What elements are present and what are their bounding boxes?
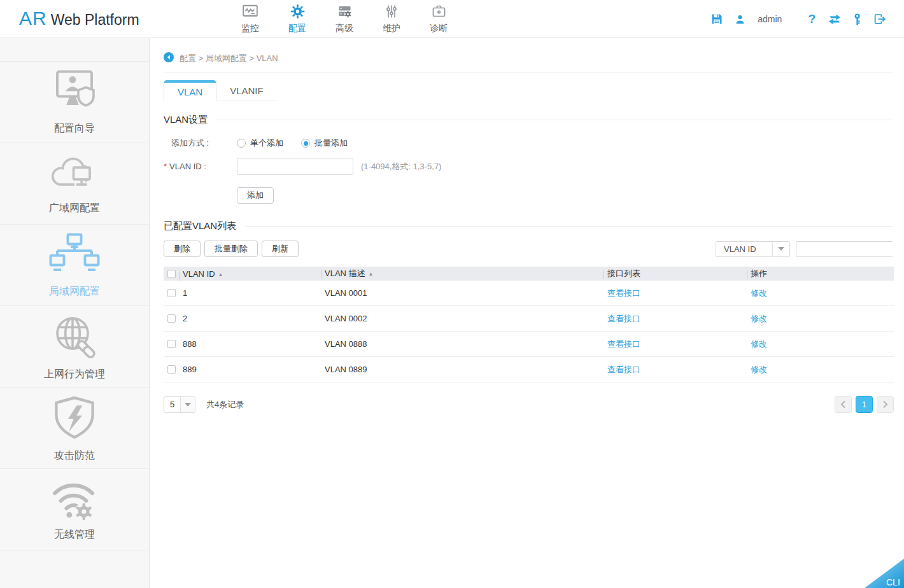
view-interfaces-link[interactable]: 查看接口 bbox=[607, 365, 640, 374]
save-icon[interactable] bbox=[711, 13, 723, 25]
sidebar-item-config-wizard[interactable]: 配置向导 bbox=[0, 62, 149, 143]
vlan-settings-section-head: VLAN设置 bbox=[164, 114, 893, 126]
sidebar-item-web-behavior[interactable]: 上网行为管理 bbox=[0, 306, 149, 388]
view-interfaces-link[interactable]: 查看接口 bbox=[607, 314, 640, 323]
nav-item-advanced[interactable]: 高级 bbox=[321, 0, 368, 38]
view-interfaces-link[interactable]: 查看接口 bbox=[607, 288, 640, 298]
sort-asc-icon[interactable]: ▲ bbox=[218, 272, 223, 277]
prev-page-button[interactable] bbox=[835, 396, 852, 413]
sidebar-item-wireless[interactable]: 无线管理 bbox=[0, 469, 149, 550]
row-cell-operation: 修改 bbox=[747, 313, 894, 325]
cli-ribbon-button[interactable]: CLI bbox=[862, 557, 904, 588]
vlan-id-label-wrap: *VLAN ID : bbox=[164, 162, 237, 171]
cli-label: CLI bbox=[886, 577, 900, 587]
row-cell-vlan-id: 2 bbox=[180, 314, 321, 323]
header-cell-operation: 操作 bbox=[747, 268, 894, 279]
sidebar-item-wan-config[interactable]: 广域网配置 bbox=[0, 143, 149, 225]
nav-label-advanced: 高级 bbox=[335, 23, 353, 34]
radio-circle-single bbox=[237, 139, 246, 148]
vlan-list-toolbar: 删除 批量删除 刷新 VLAN ID bbox=[164, 241, 893, 257]
row-checkbox[interactable] bbox=[167, 289, 176, 297]
search-filter-select[interactable]: VLAN ID bbox=[716, 241, 790, 257]
header-cell-vlan-id[interactable]: VLAN ID▲ bbox=[180, 269, 321, 279]
next-page-button[interactable] bbox=[877, 396, 894, 413]
vlan-id-hint: (1-4094,格式: 1,3-5,7) bbox=[361, 161, 441, 172]
view-interfaces-link[interactable]: 查看接口 bbox=[607, 339, 640, 349]
row-checkbox[interactable] bbox=[167, 314, 176, 323]
row-cell-operation: 修改 bbox=[747, 339, 894, 350]
nav-label-maintenance: 维护 bbox=[383, 23, 400, 34]
vlan-id-input[interactable] bbox=[237, 158, 353, 175]
sidebar: 配置向导 广域网配置 bbox=[0, 38, 150, 588]
modify-link[interactable]: 修改 bbox=[751, 339, 767, 349]
logo-platform-text: Web Platform bbox=[51, 11, 139, 29]
row-checkbox[interactable] bbox=[167, 340, 176, 348]
sidebar-label-wireless: 无线管理 bbox=[54, 528, 95, 542]
page-size-select[interactable]: 5 bbox=[164, 396, 195, 413]
sidebar-label-web-behavior: 上网行为管理 bbox=[44, 368, 105, 381]
key-icon[interactable] bbox=[854, 13, 861, 25]
user-icon[interactable] bbox=[735, 14, 745, 25]
globe-link-icon bbox=[48, 312, 101, 362]
search-input[interactable] bbox=[796, 242, 904, 256]
nav-item-configuration[interactable]: 配置 bbox=[274, 0, 321, 38]
current-page-button[interactable]: 1 bbox=[856, 396, 873, 413]
server-gear-icon bbox=[337, 4, 353, 21]
delete-button[interactable]: 删除 bbox=[164, 241, 201, 257]
radio-single-add[interactable]: 单个添加 bbox=[237, 137, 283, 149]
tab-vlan[interactable]: VLAN bbox=[164, 80, 216, 101]
chevron-down-icon bbox=[180, 397, 195, 412]
section-divider bbox=[245, 226, 893, 227]
header-cell-vlan-desc[interactable]: VLAN 描述▲ bbox=[321, 268, 604, 279]
swap-icon[interactable] bbox=[828, 14, 842, 25]
row-checkbox[interactable] bbox=[167, 365, 176, 374]
row-cell-vlan-desc: VLAN 0889 bbox=[321, 365, 604, 374]
radio-label-batch: 批量添加 bbox=[314, 137, 348, 149]
logout-icon[interactable] bbox=[873, 13, 886, 25]
row-cell-interfaces: 查看接口 bbox=[604, 364, 747, 375]
search-filter-value: VLAN ID bbox=[716, 244, 772, 254]
vlan-id-label: VLAN ID : bbox=[169, 162, 206, 171]
add-button[interactable]: 添加 bbox=[237, 187, 274, 204]
username-text: admin bbox=[758, 14, 782, 24]
vlan-settings-form: 添加方式 : 单个添加 批量添加 *VLAN ID : (1-4094,格式: … bbox=[171, 137, 893, 204]
modify-link[interactable]: 修改 bbox=[751, 288, 767, 298]
tab-bar: VLAN VLANIF bbox=[164, 80, 893, 101]
sidebar-label-lan-config: 局域网配置 bbox=[49, 285, 100, 298]
vlan-settings-title: VLAN设置 bbox=[164, 114, 208, 126]
vlan-table: VLAN ID▲ VLAN 描述▲ 接口列表 操作 1 VLAN 0001 查看… bbox=[164, 267, 894, 382]
row-cell-operation: 修改 bbox=[747, 288, 894, 299]
required-mark: * bbox=[164, 162, 167, 171]
wifi-gear-icon bbox=[48, 477, 101, 522]
row-cell-vlan-id: 889 bbox=[180, 365, 321, 374]
header-actions: admin ? bbox=[711, 0, 886, 38]
sidebar-item-lan-config[interactable]: 局域网配置 bbox=[0, 225, 149, 306]
header-cell-checkbox bbox=[164, 270, 180, 278]
sidebar-spacer bbox=[0, 38, 149, 62]
sidebar-item-attack-defense[interactable]: 攻击防范 bbox=[0, 388, 149, 469]
refresh-button[interactable]: 刷新 bbox=[262, 241, 299, 257]
sliders-icon bbox=[384, 4, 399, 21]
back-icon[interactable] bbox=[164, 52, 174, 64]
app-logo: AR Web Platform bbox=[19, 8, 139, 29]
row-cell-checkbox bbox=[164, 314, 180, 323]
lan-topology-icon bbox=[48, 232, 101, 279]
sort-asc-icon[interactable]: ▲ bbox=[369, 271, 374, 277]
help-icon[interactable]: ? bbox=[808, 12, 816, 26]
nav-item-maintenance[interactable]: 维护 bbox=[368, 0, 415, 38]
total-records-text: 共4条记录 bbox=[206, 399, 244, 410]
cloud-monitor-icon bbox=[48, 152, 101, 196]
nav-item-diagnosis[interactable]: 诊断 bbox=[415, 0, 462, 38]
nav-label-configuration: 配置 bbox=[288, 23, 306, 34]
select-all-checkbox[interactable] bbox=[167, 270, 176, 278]
radio-batch-add[interactable]: 批量添加 bbox=[301, 137, 348, 149]
row-cell-vlan-desc: VLAN 0002 bbox=[321, 314, 604, 323]
modify-link[interactable]: 修改 bbox=[751, 365, 767, 374]
row-cell-checkbox bbox=[164, 365, 180, 374]
nav-item-monitor[interactable]: 监控 bbox=[227, 0, 274, 38]
modify-link[interactable]: 修改 bbox=[751, 314, 767, 323]
tab-vlanif[interactable]: VLANIF bbox=[216, 80, 277, 101]
table-row: 889 VLAN 0889 查看接口 修改 bbox=[164, 357, 894, 382]
batch-delete-button[interactable]: 批量删除 bbox=[204, 241, 258, 257]
vlan-id-row: *VLAN ID : (1-4094,格式: 1,3-5,7) bbox=[164, 158, 893, 175]
